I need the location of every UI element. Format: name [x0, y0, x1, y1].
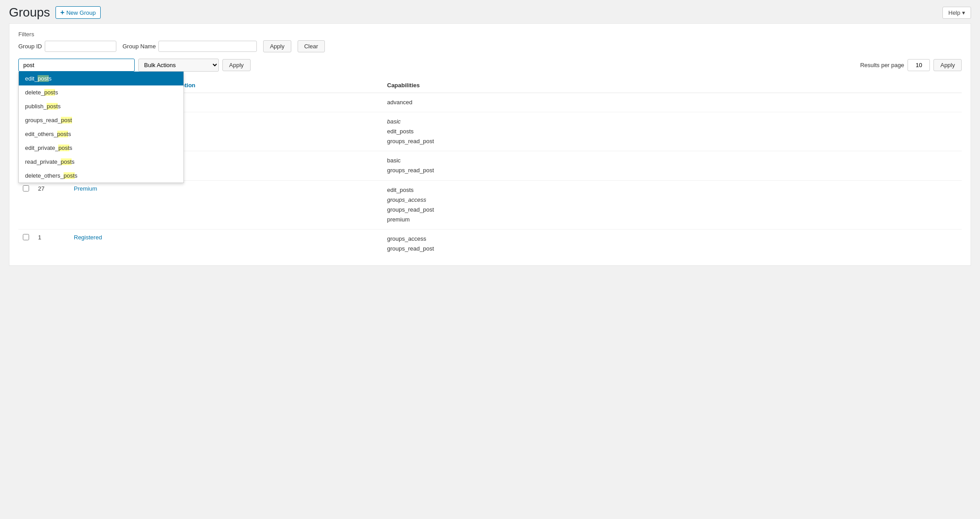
- row-cb: [18, 180, 34, 229]
- group-id-label: Group ID: [18, 43, 42, 50]
- autocomplete-prefix: publish_: [25, 103, 47, 110]
- group-name-link[interactable]: Registered: [74, 234, 102, 241]
- autocomplete-suffix: s: [68, 131, 71, 137]
- plus-icon: +: [60, 9, 64, 17]
- bulk-apply-button[interactable]: Apply: [222, 59, 251, 71]
- row-description: [159, 180, 383, 229]
- group-name-link[interactable]: Premium: [74, 185, 97, 192]
- row-capabilities: edit_posts groups_access groups_read_pos…: [383, 180, 962, 229]
- group-name-filter: Group Name: [123, 41, 257, 52]
- row-name: Registered: [69, 229, 159, 258]
- autocomplete-prefix: groups_read_: [25, 117, 61, 123]
- results-per-page-label: Results per page: [860, 62, 904, 68]
- filters-apply-button[interactable]: Apply: [263, 40, 291, 52]
- autocomplete-item-edit-private-posts[interactable]: edit_private_posts: [19, 141, 183, 155]
- autocomplete-item-delete-others-posts[interactable]: delete_others_posts: [19, 169, 183, 183]
- row-id: 1: [34, 229, 69, 258]
- page-wrapper: Groups + New Group Help ▾ Filters Group …: [0, 0, 980, 519]
- page-title: Groups: [9, 5, 50, 20]
- autocomplete-item-edit-posts[interactable]: edit_posts: [19, 72, 183, 85]
- row-capabilities: advanced: [383, 93, 962, 112]
- autocomplete-item-publish-posts[interactable]: publish_posts: [19, 99, 183, 113]
- row-description: [159, 151, 383, 180]
- autocomplete-suffix: s: [72, 158, 75, 165]
- bulk-actions-select[interactable]: Bulk Actions: [138, 59, 219, 72]
- autocomplete-prefix: delete_others_: [25, 172, 64, 179]
- filters-row: Group ID Group Name Apply Clear: [18, 40, 962, 52]
- row-name: Premium: [69, 180, 159, 229]
- row-id: 27: [34, 180, 69, 229]
- group-name-input[interactable]: [158, 41, 257, 52]
- autocomplete-prefix: edit_others_: [25, 131, 57, 137]
- group-name-label: Group Name: [123, 43, 156, 50]
- capability-item: basic: [387, 156, 957, 166]
- capability-item: groups_read_post: [387, 244, 957, 254]
- capability-item: groups_access: [387, 195, 957, 205]
- capability-item: edit_posts: [387, 185, 957, 195]
- autocomplete-match: post: [61, 158, 72, 165]
- autocomplete-suffix: s: [49, 75, 52, 82]
- autocomplete-suffix: s: [69, 145, 72, 151]
- row-description: [159, 93, 383, 112]
- autocomplete-prefix: edit_: [25, 75, 38, 82]
- capability-item: groups_read_post: [387, 205, 957, 215]
- group-id-filter: Group ID: [18, 41, 116, 52]
- filters-label: Filters: [18, 31, 962, 38]
- row-capabilities: basic groups_read_post: [383, 151, 962, 180]
- row-capabilities: basic edit_posts groups_read_post: [383, 112, 962, 151]
- autocomplete-prefix: edit_private_: [25, 145, 58, 151]
- group-id-input[interactable]: [45, 41, 116, 52]
- autocomplete-suffix: s: [75, 172, 78, 179]
- autocomplete-prefix: delete_: [25, 89, 44, 96]
- autocomplete-match: post: [61, 117, 72, 123]
- autocomplete-match: post: [47, 103, 58, 110]
- autocomplete-match: post: [64, 172, 75, 179]
- help-button[interactable]: Help ▾: [942, 7, 971, 19]
- page-title-area: Groups + New Group: [9, 5, 101, 20]
- row-checkbox[interactable]: [23, 234, 29, 240]
- filters-section: Filters Group ID Group Name Apply Clear: [18, 31, 962, 52]
- help-label: Help: [948, 9, 960, 16]
- row-description: [159, 112, 383, 151]
- capability-item: premium: [387, 215, 957, 225]
- search-input-wrapper: edit_posts delete_posts publish_posts gr…: [18, 59, 135, 72]
- table-row-premium: 27 Premium edit_posts groups_access grou…: [18, 180, 962, 229]
- capability-item: advanced: [387, 98, 957, 107]
- autocomplete-match: post: [44, 89, 55, 96]
- th-description[interactable]: Description: [159, 78, 383, 93]
- row-checkbox[interactable]: [23, 185, 29, 191]
- autocomplete-match: post: [57, 131, 68, 137]
- capability-item: basic: [387, 117, 957, 127]
- th-capabilities: Capabilities: [383, 78, 962, 93]
- row-capabilities: groups_access groups_read_post: [383, 229, 962, 258]
- autocomplete-match: post: [58, 145, 69, 151]
- new-group-button[interactable]: + New Group: [55, 6, 101, 19]
- autocomplete-item-edit-others-posts[interactable]: edit_others_posts: [19, 127, 183, 141]
- results-per-page-area: Results per page Apply: [860, 59, 962, 71]
- autocomplete-item-groups-read-post[interactable]: groups_read_post: [19, 113, 183, 127]
- capability-item: edit_posts: [387, 127, 957, 136]
- row-description: [159, 229, 383, 258]
- autocomplete-item-delete-posts[interactable]: delete_posts: [19, 85, 183, 99]
- row-cb: [18, 229, 34, 258]
- capability-search-input[interactable]: [18, 59, 135, 72]
- autocomplete-dropdown: edit_posts delete_posts publish_posts gr…: [18, 72, 184, 183]
- filters-clear-button[interactable]: Clear: [298, 40, 325, 52]
- main-content: Filters Group ID Group Name Apply Clear: [9, 23, 971, 266]
- autocomplete-item-read-private-posts[interactable]: read_private_posts: [19, 155, 183, 169]
- top-bar: Groups + New Group Help ▾: [0, 0, 980, 23]
- results-per-page-input[interactable]: [908, 59, 930, 71]
- autocomplete-suffix: s: [55, 89, 58, 96]
- autocomplete-suffix: s: [58, 103, 61, 110]
- table-row-registered: 1 Registered groups_access groups_read_p…: [18, 229, 962, 258]
- toolbar-row: edit_posts delete_posts publish_posts gr…: [18, 59, 962, 72]
- results-apply-button[interactable]: Apply: [933, 59, 962, 71]
- chevron-down-icon: ▾: [962, 9, 965, 16]
- capability-item: groups_read_post: [387, 136, 957, 146]
- autocomplete-match: post: [38, 75, 49, 82]
- new-group-label: New Group: [66, 9, 96, 16]
- capability-item: groups_read_post: [387, 166, 957, 175]
- capability-item: groups_access: [387, 234, 957, 244]
- autocomplete-prefix: read_private_: [25, 158, 61, 165]
